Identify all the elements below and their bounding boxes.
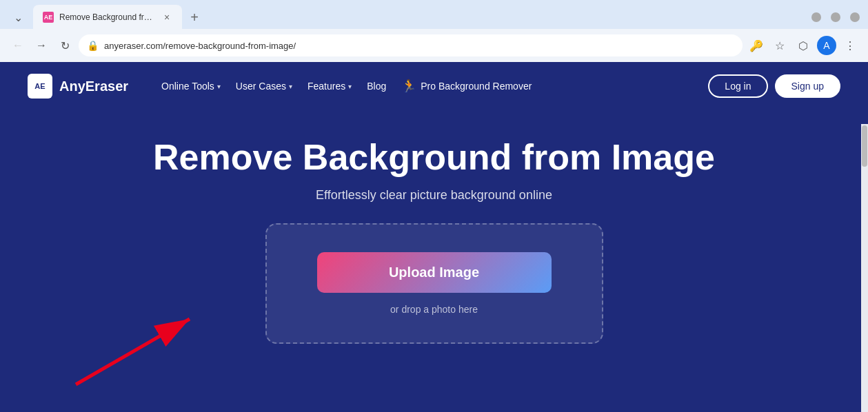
window-close[interactable]: [850, 12, 860, 22]
more-menu-icon[interactable]: ⋮: [840, 36, 860, 55]
browser-title-bar: ⌄ AE Remove Background from Imac × +: [0, 0, 868, 29]
nav-user-cases[interactable]: User Cases ▾: [230, 76, 298, 96]
forward-button[interactable]: →: [32, 36, 51, 55]
online-tools-label: Online Tools: [161, 81, 214, 92]
upload-image-button[interactable]: Upload Image: [317, 252, 552, 293]
tab-list-button[interactable]: ⌄: [8, 8, 28, 27]
nav-features[interactable]: Features ▾: [302, 76, 357, 96]
new-tab-button[interactable]: +: [185, 8, 204, 27]
browser-tab[interactable]: AE Remove Background from Imac ×: [33, 5, 182, 30]
tab-title: Remove Background from Imac: [59, 12, 156, 22]
nav-items: Online Tools ▾ User Cases ▾ Features ▾ B…: [156, 74, 687, 98]
browser-window: ⌄ AE Remove Background from Imac × + ← →…: [0, 0, 868, 62]
address-bar[interactable]: 🔒 anyeraser.com/remove-background-from-i…: [79, 34, 743, 56]
logo-icon-text: AE: [34, 82, 45, 90]
signup-button[interactable]: Sign up: [775, 74, 840, 98]
scrollbar[interactable]: [861, 124, 868, 412]
user-cases-chevron: ▾: [289, 83, 292, 90]
back-button[interactable]: ←: [8, 36, 28, 55]
pro-icon: 🏃: [401, 79, 416, 94]
nav-online-tools[interactable]: Online Tools ▾: [156, 76, 226, 96]
hero-subtitle: Effortlessly clear picture background on…: [316, 188, 552, 203]
hero-section: Remove Background from Image Effortlessl…: [0, 110, 868, 344]
refresh-button[interactable]: ↻: [55, 36, 74, 55]
features-chevron: ▾: [348, 83, 352, 90]
page-content: AE AnyEraser Online Tools ▾ User Cases ▾…: [0, 62, 868, 412]
tab-favicon: AE: [43, 12, 54, 23]
profile-icon[interactable]: A: [817, 36, 836, 55]
address-lock-icon: 🔒: [87, 40, 99, 51]
pro-label: Pro Background Remover: [421, 81, 532, 92]
window-minimize[interactable]: [811, 12, 821, 22]
brand-name: AnyEraser: [59, 79, 128, 94]
scrollbar-thumb[interactable]: [862, 125, 867, 167]
nav-blog[interactable]: Blog: [361, 76, 392, 96]
browser-nav-bar: ← → ↻ 🔒 anyeraser.com/remove-background-…: [0, 29, 868, 62]
window-maximize[interactable]: [831, 12, 840, 22]
features-label: Features: [307, 81, 345, 92]
tab-bar: AE Remove Background from Imac × +: [33, 5, 204, 30]
nav-pro[interactable]: 🏃 Pro Background Remover: [396, 74, 537, 98]
nav-auth-buttons: Log in Sign up: [708, 74, 840, 98]
online-tools-chevron: ▾: [217, 83, 221, 90]
address-text: anyeraser.com/remove-background-from-ima…: [104, 41, 734, 51]
upload-dropzone[interactable]: Upload Image or drop a photo here: [265, 223, 603, 344]
login-button[interactable]: Log in: [708, 74, 767, 98]
tab-close-button[interactable]: ×: [161, 12, 172, 23]
key-icon[interactable]: 🔑: [747, 36, 766, 55]
extension-icon[interactable]: ⬡: [794, 36, 813, 55]
site-nav: AE AnyEraser Online Tools ▾ User Cases ▾…: [0, 62, 868, 110]
nav-right-icons: 🔑 ☆ ⬡ A ⋮: [747, 36, 860, 55]
user-cases-label: User Cases: [236, 81, 286, 92]
hero-title: Remove Background from Image: [153, 138, 715, 177]
drop-text: or drop a photo here: [390, 304, 478, 315]
logo[interactable]: AE AnyEraser: [28, 74, 128, 99]
logo-icon: AE: [28, 74, 52, 99]
bookmark-icon[interactable]: ☆: [770, 36, 789, 55]
